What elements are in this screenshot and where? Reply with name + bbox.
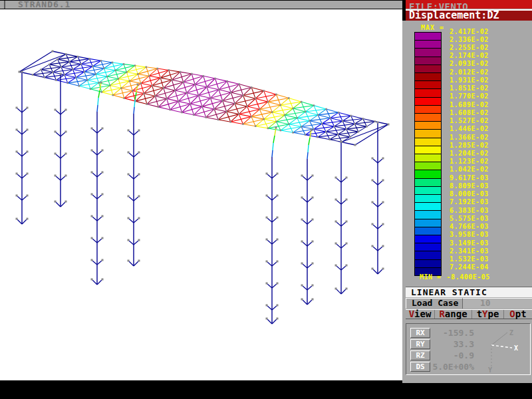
legend-value: 2.012E-02 xyxy=(450,68,489,76)
status-value-ry: 33.3 xyxy=(430,339,474,349)
legend-band xyxy=(415,98,441,106)
z-axis-label: Z xyxy=(509,329,513,336)
legend-band xyxy=(415,195,441,203)
legend-value: 1.608E-02 xyxy=(450,109,489,116)
legend-band xyxy=(415,89,441,97)
menu-hotkey-letter: Y xyxy=(482,309,487,319)
menu-button-opt[interactable]: Opt xyxy=(504,310,532,319)
legend-band xyxy=(415,235,441,243)
solver-type-label: LINEAR STATIC xyxy=(406,287,532,297)
legend-value: 1.446E-02 xyxy=(450,125,489,132)
view-status-panel: RX-159.5RY33.3RZ-0.9DS5.0E+00% Z X Y xyxy=(406,323,531,375)
legend-band xyxy=(415,81,441,89)
legend-value: 4.766E-03 xyxy=(450,223,489,230)
bottom-status-bar xyxy=(0,380,532,399)
legend-band xyxy=(415,260,441,268)
model-viewport xyxy=(0,9,403,380)
model-column xyxy=(301,129,314,305)
file-bar: FILE:VENTO xyxy=(406,0,532,9)
legend-value: 1.770E-02 xyxy=(450,92,489,100)
contour-legend-bar xyxy=(414,32,442,276)
legend-band xyxy=(415,122,441,130)
legend-value: 1.931E-02 xyxy=(450,76,489,84)
menu-button-view[interactable]: View xyxy=(406,310,435,319)
x-axis-label: X xyxy=(514,344,518,352)
legend-value: 2.255E-02 xyxy=(450,44,489,51)
model-column xyxy=(266,127,279,325)
status-value-ds: 5.0E+00% xyxy=(430,362,474,372)
side-panel: FILE:VENTO Displacement:DZ MAX = 2.417E-… xyxy=(402,0,532,383)
legend-band xyxy=(415,130,441,138)
legend-value: 1.042E-02 xyxy=(450,166,489,173)
model-column xyxy=(55,73,67,207)
legend-band xyxy=(415,179,441,187)
legend-value: 1.204E-02 xyxy=(450,150,489,157)
legend-band xyxy=(415,65,441,73)
model-column xyxy=(335,141,348,295)
menu-button-type[interactable]: tYpe xyxy=(472,310,504,319)
y-axis-label: Y xyxy=(488,366,492,373)
legend-band xyxy=(415,251,441,259)
load-case-value: 10 xyxy=(463,298,532,309)
load-case-row: Load Case 10 xyxy=(406,298,532,309)
legend-value: 8.809E-03 xyxy=(450,182,489,190)
legend-band xyxy=(415,106,441,114)
legend-value: 1.123E-02 xyxy=(450,158,489,165)
legend-band xyxy=(415,41,441,49)
status-label-rx: RX xyxy=(410,328,430,338)
legend-value: 1.851E-02 xyxy=(450,84,489,92)
legend-value: 9.617E-03 xyxy=(450,174,489,182)
panel-divider xyxy=(402,0,406,21)
legend-value: 1.366E-02 xyxy=(450,134,489,141)
application-window: STRAND6.1 FILE:VENTO Displacement:DZ MAX… xyxy=(0,0,532,399)
legend-value: 3.958E-03 xyxy=(450,231,489,238)
model-column xyxy=(128,84,140,267)
legend-value: 1.285E-02 xyxy=(450,142,489,149)
legend-min-label: MIN = xyxy=(420,273,442,281)
legend-value: 3.149E-03 xyxy=(450,239,489,247)
legend-value: 8.000E-03 xyxy=(450,190,489,198)
legend-max-label: MAX = xyxy=(421,24,444,31)
legend-value: 2.093E-02 xyxy=(450,60,489,67)
status-label-ds: DS xyxy=(410,362,430,372)
menu-hotkey-letter: R xyxy=(439,309,444,319)
legend-value: 1.689E-02 xyxy=(450,101,489,108)
model-column xyxy=(372,122,384,275)
legend-value: 1.527E-02 xyxy=(450,117,489,124)
legend-band xyxy=(415,57,441,65)
legend-band xyxy=(415,162,441,170)
legend-band xyxy=(415,203,441,211)
legend-value: 2.336E-02 xyxy=(450,36,489,43)
menu-bar: ViewRangetYpeOpt xyxy=(406,309,532,319)
legend-min-row: MIN =-8.400E-05 xyxy=(420,273,490,281)
model-canvas xyxy=(0,9,403,380)
legend-band xyxy=(415,154,441,162)
legend-band xyxy=(415,138,441,146)
model-column xyxy=(16,71,29,225)
legend-value: 2.341E-03 xyxy=(450,247,489,255)
menu-button-range[interactable]: Range xyxy=(435,310,472,319)
legend-band xyxy=(415,219,441,227)
legend-band xyxy=(415,187,441,195)
app-title-bar: STRAND6.1 xyxy=(0,0,402,9)
legend-band xyxy=(415,73,441,81)
menu-hotkey-letter: O xyxy=(509,309,515,319)
legend-band xyxy=(415,227,441,235)
app-title: STRAND6.1 xyxy=(18,1,70,9)
legend-value: 1.532E-03 xyxy=(450,255,489,263)
legend-value: 2.174E-02 xyxy=(450,52,489,59)
status-value-rx: -159.5 xyxy=(430,328,474,338)
result-header: Displacement:DZ xyxy=(406,9,532,21)
z-axis-line xyxy=(491,332,507,345)
axis-triad: Z X Y xyxy=(479,328,532,373)
status-value-rz: -0.9 xyxy=(430,350,474,360)
menu-hotkey-letter: V xyxy=(409,309,414,319)
model-column xyxy=(91,82,104,285)
deck-outline xyxy=(19,51,390,146)
legend-band xyxy=(415,49,441,57)
title-bar-notch xyxy=(4,1,5,9)
legend-value: 6.383E-03 xyxy=(450,207,489,214)
legend-band xyxy=(415,170,441,178)
load-case-button[interactable]: Load Case xyxy=(406,298,463,309)
legend-value: 5.575E-03 xyxy=(450,215,489,222)
